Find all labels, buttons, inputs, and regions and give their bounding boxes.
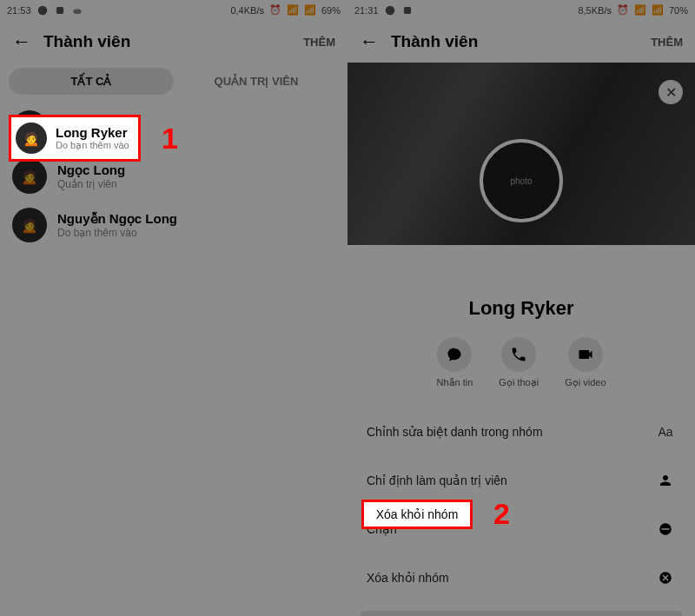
member-name: Long Ryker bbox=[56, 125, 129, 140]
annotation-number-1: 1 bbox=[162, 122, 178, 156]
action-label: Gọi thoại bbox=[499, 377, 539, 388]
member-name: Nguyễn Ngọc Long bbox=[57, 211, 177, 227]
wifi-icon: 📶 bbox=[304, 4, 316, 17]
status-bar: 21:53 0,4KB/s ⏰ 📶 📶 69% bbox=[0, 0, 348, 21]
profile-avatar[interactable]: photo bbox=[480, 139, 563, 222]
action-label: Gọi video bbox=[565, 377, 606, 388]
phone-right: 21:31 8,5KB/s ⏰ 📶 📶 70% ← Thành viên THÊ… bbox=[348, 0, 695, 616]
profile-actions: Nhắn tin Gọi thoại Gọi video bbox=[348, 337, 695, 388]
signal-icon: 📶 bbox=[634, 4, 646, 17]
avatar: 🙍 bbox=[16, 123, 47, 154]
alarm-icon: ⏰ bbox=[269, 4, 281, 17]
svg-point-3 bbox=[385, 6, 394, 16]
option-label: Xóa khỏi nhóm bbox=[376, 507, 459, 521]
video-call-button[interactable]: Gọi video bbox=[565, 337, 606, 388]
annotation-number-2: 2 bbox=[493, 497, 510, 531]
remove-icon bbox=[655, 567, 676, 588]
status-net: 8,5KB/s bbox=[578, 5, 612, 16]
tabs: TẤT CẢ QUẢN TRỊ VIÊN bbox=[0, 63, 348, 100]
status-batt: 70% bbox=[669, 5, 688, 16]
highlighted-member[interactable]: 🙍 Long Ryker Do bạn thêm vào bbox=[10, 116, 139, 160]
tab-admins[interactable]: QUẢN TRỊ VIÊN bbox=[174, 68, 339, 95]
status-time: 21:31 bbox=[354, 5, 379, 16]
voice-call-button[interactable]: Gọi thoại bbox=[499, 337, 539, 388]
back-icon[interactable]: ← bbox=[360, 30, 379, 53]
back-icon[interactable]: ← bbox=[12, 30, 31, 53]
messenger-icon bbox=[384, 4, 396, 17]
alarm-icon: ⏰ bbox=[617, 4, 629, 17]
member-sub: Quản trị viên bbox=[57, 178, 125, 190]
tiktok-icon bbox=[54, 4, 66, 17]
status-time: 21:53 bbox=[7, 5, 31, 16]
svg-rect-6 bbox=[662, 528, 670, 530]
status-bar: 21:31 8,5KB/s ⏰ 📶 📶 70% bbox=[348, 0, 695, 21]
profile-name: Long Ryker bbox=[348, 297, 695, 320]
svg-rect-4 bbox=[403, 7, 410, 14]
message-button[interactable]: Nhắn tin bbox=[436, 337, 473, 388]
add-button[interactable]: THÊM bbox=[651, 36, 683, 49]
action-label: Nhắn tin bbox=[436, 377, 473, 388]
option-label: Chỉ định làm quản trị viên bbox=[367, 474, 507, 487]
member-sub: Do bạn thêm vào bbox=[56, 140, 129, 151]
member-name: Ngọc Long bbox=[57, 162, 125, 178]
member-sub: Do bạn thêm vào bbox=[57, 227, 177, 239]
signal-icon: 📶 bbox=[287, 4, 299, 17]
add-button[interactable]: THÊM bbox=[303, 36, 335, 49]
member-row[interactable]: 🙍 Nguyễn Ngọc Long Do bạn thêm vào bbox=[0, 201, 348, 249]
phone-icon bbox=[501, 337, 536, 372]
option-label: Chỉnh sửa biệt danh trong nhóm bbox=[367, 425, 543, 439]
highlighted-option[interactable]: Xóa khỏi nhóm bbox=[363, 501, 471, 527]
option-remove-from-group[interactable]: Xóa khỏi nhóm bbox=[348, 553, 695, 602]
messenger-icon bbox=[36, 4, 49, 17]
header: ← Thành viên THÊM bbox=[0, 21, 348, 63]
svg-rect-1 bbox=[56, 7, 63, 14]
page-title: Thành viên bbox=[43, 32, 291, 51]
person-icon bbox=[655, 470, 676, 491]
close-button[interactable]: ✕ bbox=[659, 80, 683, 104]
wifi-icon: 📶 bbox=[652, 4, 664, 17]
page-title: Thành viên bbox=[391, 32, 639, 51]
app-icon bbox=[401, 4, 414, 17]
avatar: 🙍 bbox=[12, 159, 47, 194]
phone-left: 21:53 0,4KB/s ⏰ 📶 📶 69% ← Thành viên THÊ… bbox=[0, 0, 348, 616]
header: ← Thành viên THÊM bbox=[348, 21, 695, 63]
chat-icon bbox=[437, 337, 472, 372]
view-facebook-profile-button[interactable]: XEM TRANG CÁ NHÂN TRÊN FACEBOOK bbox=[360, 611, 683, 616]
block-icon bbox=[655, 519, 676, 540]
option-edit-nickname[interactable]: Chỉnh sửa biệt danh trong nhóm Aa bbox=[348, 407, 695, 456]
cloud-icon bbox=[71, 4, 83, 17]
option-label: Xóa khỏi nhóm bbox=[367, 571, 449, 585]
video-icon bbox=[568, 337, 603, 372]
close-icon: ✕ bbox=[665, 84, 677, 101]
avatar: 🙍 bbox=[12, 208, 47, 242]
svg-point-2 bbox=[73, 9, 81, 14]
option-make-admin[interactable]: Chỉ định làm quản trị viên bbox=[348, 456, 695, 505]
text-icon: Aa bbox=[655, 421, 676, 442]
tab-all[interactable]: TẤT CẢ bbox=[9, 68, 174, 95]
status-net: 0,4KB/s bbox=[230, 5, 264, 16]
status-batt: 69% bbox=[321, 5, 341, 16]
svg-point-0 bbox=[37, 6, 47, 16]
